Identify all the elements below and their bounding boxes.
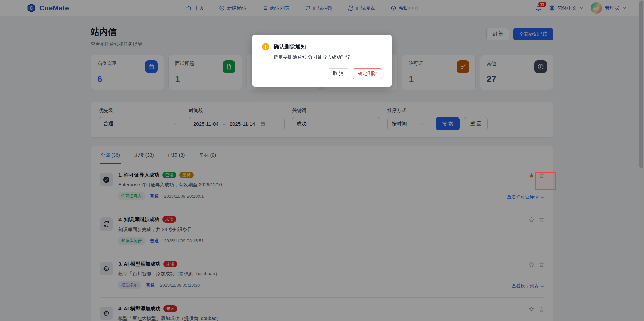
dialog-title: 确认删除通知 xyxy=(274,43,306,50)
warning-icon: ! xyxy=(262,43,269,50)
delete-confirm-dialog: ! 确认删除通知 确定要删除通知"许可证导入成功"吗? 取 消 确定删除 xyxy=(252,35,392,87)
dialog-message: 确定要删除通知"许可证导入成功"吗? xyxy=(274,54,382,60)
cancel-button[interactable]: 取 消 xyxy=(328,68,349,79)
confirm-delete-button[interactable]: 确定删除 xyxy=(353,68,382,79)
